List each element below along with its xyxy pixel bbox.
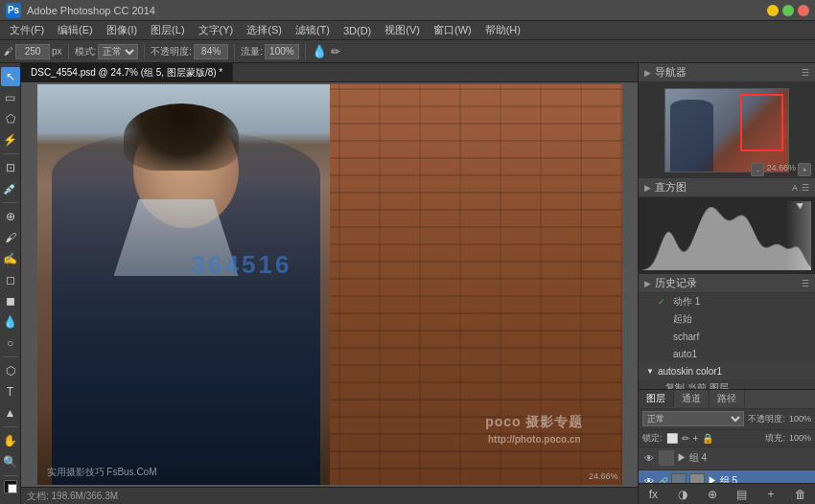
opacity-option: 不透明度: 84%: [151, 44, 228, 59]
document-tab[interactable]: DSC_4554.psd @ 24.7% (组 5, 图层蒙版/8) *: [21, 63, 233, 81]
tool-separator-1: [3, 153, 18, 154]
healing-tool[interactable]: ⊕: [1, 207, 20, 226]
canvas-viewport[interactable]: 364516 poco 摄影专题 http://photo.poco.cn 实用…: [21, 82, 638, 487]
layer-fx-button[interactable]: fx: [644, 486, 662, 503]
magic-wand-tool[interactable]: ⚡: [1, 130, 20, 149]
lasso-tool[interactable]: ⬠: [1, 109, 20, 128]
tab-layers[interactable]: 图层: [639, 390, 674, 407]
brush-size-input[interactable]: 250: [15, 44, 50, 59]
gradient-tool[interactable]: ◼: [1, 291, 20, 310]
fg-color[interactable]: [4, 480, 17, 493]
lock-image-icon[interactable]: ✏: [682, 433, 689, 444]
layer-item[interactable]: 👁 🔗 ▶ 组 5: [639, 470, 815, 484]
move-tool[interactable]: ↖: [1, 67, 20, 86]
history-list: ✓ 动作 1 起始 scharf auto1 ▼ autoskin c: [639, 293, 815, 389]
blur-tool[interactable]: 💧: [1, 312, 20, 332]
flow-input[interactable]: 100%: [265, 44, 299, 59]
text-tool[interactable]: T: [1, 382, 20, 401]
histogram-header[interactable]: ▶ 直方图 A ☰: [639, 178, 815, 197]
layer-visibility-icon[interactable]: 👁: [642, 474, 656, 483]
menu-view[interactable]: 视图(V): [379, 21, 426, 39]
zoom-tool[interactable]: 🔍: [1, 452, 20, 471]
lock-all-icon[interactable]: 🔒: [702, 433, 713, 444]
menu-select[interactable]: 选择(S): [241, 21, 288, 39]
layer-new-button[interactable]: +: [762, 486, 780, 503]
history-item-start[interactable]: 起始: [639, 310, 815, 328]
layer-delete-button[interactable]: 🗑: [792, 486, 809, 503]
titlebar: Ps Adobe Photoshop CC 2014: [0, 0, 815, 21]
layers-fill-row: 锁定: ⬜ ✏ + 🔒 填充: 100%: [639, 430, 815, 447]
lock-transparent-icon[interactable]: ⬜: [666, 433, 678, 444]
layer-group-button[interactable]: ▤: [733, 486, 750, 503]
nav-zoom-label: 24.66%: [766, 163, 796, 176]
history-item-action[interactable]: ✓ 动作 1: [639, 293, 815, 310]
tab-channels[interactable]: 通道: [674, 390, 710, 407]
brush-size-option: 🖌 250 px: [4, 44, 62, 59]
clone-tool[interactable]: ✍: [1, 249, 20, 268]
navigator-menu-icon[interactable]: ☰: [802, 68, 809, 78]
menu-filter[interactable]: 滤镜(T): [290, 21, 336, 39]
menu-text[interactable]: 文字(Y): [193, 21, 240, 39]
eraser-tool[interactable]: ◻: [1, 270, 20, 289]
tab-paths[interactable]: 路径: [710, 390, 745, 407]
lock-position-icon[interactable]: +: [693, 433, 699, 444]
shape-tool[interactable]: ▲: [1, 403, 20, 423]
history-item-copy1[interactable]: 复制 当前 图层: [639, 379, 815, 389]
tool-separator-5: [3, 475, 18, 476]
navigator-controls: - 24.66% +: [751, 163, 811, 176]
dodge-tool[interactable]: ○: [1, 333, 20, 353]
crop-tool[interactable]: ⊡: [1, 158, 20, 177]
minimize-button[interactable]: [767, 5, 779, 16]
menu-image[interactable]: 图像(I): [101, 21, 143, 39]
brush-icon: 🖌: [4, 46, 13, 57]
navigator-collapse-icon: ▶: [644, 68, 651, 78]
menu-help[interactable]: 帮助(H): [479, 21, 526, 39]
path-tool[interactable]: ⬡: [1, 361, 20, 380]
menu-layer[interactable]: 图层(L): [145, 21, 190, 39]
document-tabs: DSC_4554.psd @ 24.7% (组 5, 图层蒙版/8) *: [21, 63, 638, 82]
history-header[interactable]: ▶ 历史记录 ☰: [639, 274, 815, 293]
menu-edit[interactable]: 编辑(E): [52, 21, 99, 39]
history-panel: ▶ 历史记录 ☰ ✓ 动作 1 起始 scharf: [639, 274, 815, 390]
layer-visibility-icon[interactable]: 👁: [642, 451, 656, 465]
close-button[interactable]: [798, 5, 809, 16]
mode-select[interactable]: 正常: [98, 44, 138, 59]
zoom-out-button[interactable]: -: [751, 163, 764, 176]
layer-item[interactable]: 👁 ▶ 组 4: [639, 447, 815, 470]
layers-list: 👁 ▶ 组 4 👁 🔗 ▶ 组 5 👁 曲线 6: [639, 447, 815, 484]
history-group-label: autoskin color1: [658, 366, 722, 377]
menu-3d[interactable]: 3D(D): [338, 23, 377, 38]
history-group-autoskin[interactable]: ▼ autoskin color1: [639, 362, 815, 379]
history-item-scharf[interactable]: scharf: [639, 328, 815, 345]
history-menu-icon[interactable]: ☰: [802, 279, 809, 288]
navigator-header[interactable]: ▶ 导航器 ☰: [639, 63, 815, 82]
layer-mask-button[interactable]: ◑: [674, 486, 691, 503]
tool-separator-3: [3, 356, 18, 357]
marquee-tool[interactable]: ▭: [1, 88, 20, 107]
history-item-label: auto1: [673, 349, 697, 359]
eyedropper-tool[interactable]: 💉: [1, 179, 20, 198]
status-text: 文档: 198.6M/366.3M: [27, 490, 118, 503]
layer-name: ▶ 组 4: [677, 451, 811, 465]
maximize-button[interactable]: [782, 5, 794, 16]
tool-panel: ↖ ▭ ⬠ ⚡ ⊡ 💉 ⊕ 🖌 ✍ ◻ ◼ 💧 ○ ⬡ T ▲ ✋ 🔍: [0, 63, 21, 504]
history-item-label: 起始: [673, 312, 692, 326]
airbrush-icon[interactable]: 💧: [312, 44, 327, 58]
histogram-channel: A: [792, 183, 798, 193]
menu-file[interactable]: 文件(F): [4, 21, 50, 39]
window-controls[interactable]: [767, 5, 809, 16]
zoom-in-button[interactable]: +: [798, 163, 811, 176]
opacity-label: 不透明度:: [748, 413, 785, 425]
tablet-icon[interactable]: ✏: [331, 45, 340, 58]
layer-adjustment-button[interactable]: ⊕: [704, 486, 721, 503]
blend-mode-select[interactable]: 正常: [642, 411, 744, 426]
histogram-menu-icon[interactable]: ☰: [802, 183, 809, 193]
menu-window[interactable]: 窗口(W): [428, 21, 477, 39]
fill-label: 填充:: [765, 432, 785, 445]
brush-tool[interactable]: 🖌: [1, 228, 20, 247]
canvas-area: DSC_4554.psd @ 24.7% (组 5, 图层蒙版/8) *: [21, 63, 638, 504]
history-item-auto1[interactable]: auto1: [639, 345, 815, 362]
opacity-input[interactable]: 84%: [194, 44, 228, 59]
options-bar: 🖌 250 px 模式: 正常 不透明度: 84% 流量: 100% 💧 ✏: [0, 40, 815, 63]
hand-tool[interactable]: ✋: [1, 431, 20, 450]
